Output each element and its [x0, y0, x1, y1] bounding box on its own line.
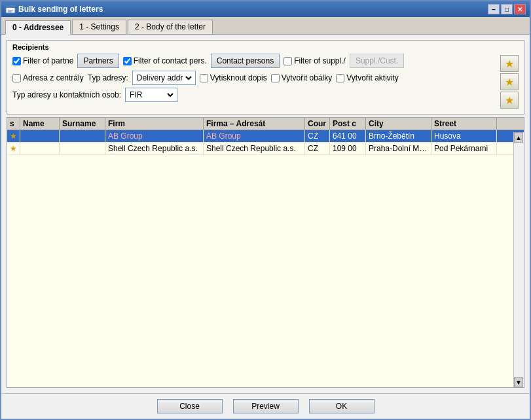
main-window: Bulk sending of letters – □ ✕ 0 - Addres… [0, 0, 531, 420]
cell-firm-2: Shell Czech Republic a.s. [105, 143, 204, 154]
cell-name-2 [20, 143, 60, 154]
fir-select[interactable]: FIR [125, 88, 177, 102]
scrollbar[interactable]: ▲ ▼ [513, 132, 524, 387]
tab-bar: 0 - Addressee 1 - Settings 2 - Body of t… [1, 17, 530, 35]
recipients-row2: Adresa z centrály Typ adresy: Delivery a… [12, 71, 498, 85]
adresa-centraly-group: Adresa z centrály [12, 73, 84, 82]
filter-partner-label: Filter of partne [23, 56, 73, 65]
filter-supplier-label: Filter of suppl./ [294, 56, 346, 65]
cell-s-1: ★ [7, 130, 20, 142]
table-body: ★ AB Group AB Group CZ 641 00 Brno-Žebět… [7, 130, 524, 387]
side-button-2[interactable]: ★ [500, 73, 519, 90]
col-header-s: s [7, 118, 20, 130]
col-header-firma-adresat: Firma – Adresát [204, 118, 305, 130]
cell-firma-2: Shell Czech Republic a.s. [204, 143, 305, 154]
scroll-track [514, 143, 524, 377]
vytvorit-aktivity-group: Vytvořit aktivity [336, 73, 399, 82]
recipients-row1: Filter of partne Partners Filter of cont… [12, 54, 498, 68]
vytvorit-aktivity-checkbox[interactable] [336, 74, 344, 82]
data-table: s Name Surname Firm Firma – Adresát Cour… [7, 117, 524, 388]
adresa-kontakt-label: Typ adresy u kontaktních osob: [12, 90, 121, 99]
vytvorit-obalky-group: Vytvořit obálky [271, 73, 333, 82]
preview-button[interactable]: Preview [233, 399, 299, 413]
side-button-1[interactable]: ★ [500, 55, 519, 72]
close-window-button[interactable]: ✕ [514, 4, 526, 14]
col-header-cour: Cour [305, 118, 330, 130]
close-button[interactable]: Close [157, 399, 223, 413]
scroll-up-button[interactable]: ▲ [514, 132, 523, 143]
star-icon-1: ★ [505, 58, 514, 70]
delivery-addr-select[interactable]: Delivery addr [132, 71, 196, 85]
typ-adresy-label: Typ adresy: [88, 73, 128, 82]
side-button-3[interactable]: ★ [500, 92, 519, 109]
contact-persons-button[interactable]: Contact persons [211, 54, 280, 68]
vytvorit-aktivity-label: Vytvořit aktivity [346, 73, 399, 82]
recipients-label: Recipients [12, 43, 519, 51]
star-icon-3: ★ [505, 94, 514, 107]
vytvorit-obalky-checkbox[interactable] [271, 74, 280, 82]
tab-settings[interactable]: 1 - Settings [72, 20, 126, 34]
cell-surname-2 [60, 143, 105, 154]
filter-partner-checkbox[interactable] [12, 57, 21, 65]
filter-supplier-group: Filter of suppl./ [284, 56, 346, 65]
delivery-addr-dropdown[interactable]: Delivery addr [134, 73, 194, 83]
col-header-city: City [366, 118, 431, 130]
cell-street-1: Husova [431, 130, 497, 142]
cell-cour-2: CZ [305, 143, 330, 154]
title-bar-left: Bulk sending of letters [5, 4, 103, 14]
adresa-centraly-label: Adresa z centrály [23, 73, 84, 82]
filter-contact-checkbox[interactable] [123, 57, 132, 65]
cell-firm-1: AB Group [105, 130, 204, 142]
vytisknout-checkbox[interactable] [200, 74, 208, 82]
main-content: Recipients Filter of partne Partners Fil… [1, 35, 530, 393]
vytisknout-group: Vytisknout dopis [200, 73, 267, 82]
tab-body[interactable]: 2 - Body of the letter [128, 20, 213, 34]
cell-name-1 [20, 130, 60, 142]
cell-city-2: Praha-Dolní Měch... [366, 143, 431, 154]
col-header-firm: Firm [105, 118, 204, 130]
maximize-button[interactable]: □ [501, 4, 513, 14]
side-buttons: ★ ★ ★ [500, 54, 519, 109]
suppl-cust-button[interactable]: Suppl./Cust. [350, 54, 404, 68]
title-controls: – □ ✕ [488, 4, 526, 14]
footer: Close Preview OK [1, 393, 530, 419]
fir-dropdown[interactable]: FIR [127, 90, 175, 100]
filter-supplier-checkbox[interactable] [284, 57, 292, 65]
ok-button[interactable]: OK [309, 399, 375, 413]
cell-s-2: ★ [7, 143, 20, 154]
partners-button[interactable]: Partners [77, 54, 119, 68]
col-header-name: Name [20, 118, 60, 130]
cell-post-1: 641 00 [330, 130, 366, 142]
cell-firma-1: AB Group [204, 130, 305, 142]
cell-cour-1: CZ [305, 130, 330, 142]
scroll-down-button[interactable]: ▼ [514, 377, 523, 387]
window-icon [5, 4, 16, 14]
table-row[interactable]: ★ Shell Czech Republic a.s. Shell Czech … [7, 143, 524, 155]
recipients-group: Recipients Filter of partne Partners Fil… [7, 40, 524, 114]
title-bar: Bulk sending of letters – □ ✕ [1, 1, 530, 17]
star-icon-2: ★ [505, 76, 514, 88]
window-title: Bulk sending of letters [18, 5, 103, 14]
cell-surname-1 [60, 130, 105, 142]
col-header-post: Post c [330, 118, 366, 130]
minimize-button[interactable]: – [488, 4, 500, 14]
cell-city-1: Brno-Žebětín [366, 130, 431, 142]
filter-contact-group: Filter of contact pers. [123, 56, 207, 65]
recipients-row3: Typ adresy u kontaktních osob: FIR [12, 88, 498, 102]
cell-post-2: 109 00 [330, 143, 366, 154]
col-header-street: Street [431, 118, 497, 130]
table-header: s Name Surname Firm Firma – Adresát Cour… [7, 118, 524, 130]
col-header-surname: Surname [60, 118, 105, 130]
cell-street-2: Pod Pekárnami [431, 143, 497, 154]
vytvorit-obalky-label: Vytvořit obálky [282, 73, 333, 82]
vytisknout-label: Vytisknout dopis [210, 73, 267, 82]
svg-rect-1 [6, 5, 15, 8]
filter-partner-group: Filter of partne [12, 56, 73, 65]
adresa-centraly-checkbox[interactable] [12, 74, 21, 82]
tab-addressee[interactable]: 0 - Addressee [5, 20, 71, 35]
table-row[interactable]: ★ AB Group AB Group CZ 641 00 Brno-Žebět… [7, 130, 524, 143]
filter-contact-label: Filter of contact pers. [134, 56, 207, 65]
